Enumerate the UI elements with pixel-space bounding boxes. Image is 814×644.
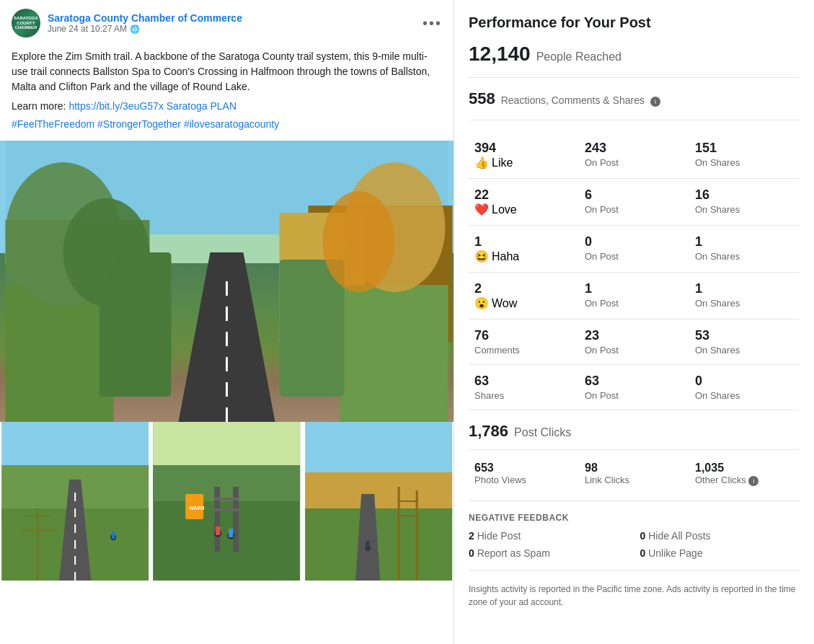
app-container: SARATOGACOUNTYCHAMBER Saratoga County Ch…: [0, 0, 814, 644]
svg-rect-29: [233, 487, 239, 552]
main-trail-image: [0, 141, 454, 422]
hide-all-posts-label: Hide All Posts: [648, 530, 710, 542]
love-icon: ❤️: [474, 203, 489, 216]
wow-on-shares-label: On Shares: [695, 298, 794, 309]
bottom-image-3: [302, 422, 454, 581]
stat-cell-like-on-post: 243 On Post: [579, 132, 689, 178]
stat-cell-comments-on-post: 23 On Post: [579, 319, 689, 364]
stat-cell-love-on-post: 6 On Post: [579, 179, 689, 225]
svg-rect-10: [280, 260, 345, 397]
link-clicks-label: Link Clicks: [585, 475, 684, 485]
haha-icon: 😆: [474, 250, 489, 263]
hide-all-posts-item: 0 Hide All Posts: [640, 530, 800, 542]
stat-cell-wow-type: 2 😮Wow: [469, 273, 579, 319]
stat-cell-haha-on-post: 0 On Post: [579, 226, 689, 272]
report-spam-num: 0: [469, 547, 474, 559]
trail-scene-svg: [0, 141, 454, 422]
like-icon: 👍: [474, 156, 489, 169]
post-clicks-number: 1,786: [469, 422, 508, 441]
post-clicks-row: 1,786 Post Clicks: [469, 422, 800, 450]
hide-post-item: 2 Hide Post: [469, 530, 629, 542]
like-on-shares-label: On Shares: [695, 157, 794, 168]
stat-cell-shares-on-post: 63 On Post: [579, 365, 689, 410]
svg-rect-24: [112, 531, 115, 539]
stat-cell-comments-type: 76 Comments: [469, 319, 579, 364]
stat-cell-shares-on-shares: 0 On Shares: [689, 365, 800, 410]
shares-on-post-label: On Post: [585, 390, 684, 401]
reactions-label: Reactions, Comments & Shares: [501, 94, 645, 106]
post-author[interactable]: Saratoga County Chamber of Commerce: [48, 12, 242, 24]
hide-all-posts-num: 0: [640, 530, 646, 542]
people-reached-number: 12,140: [469, 43, 531, 66]
post-body: Explore the Zim Smith trail. A backbone …: [12, 49, 442, 94]
like-label: Like: [492, 156, 513, 169]
people-reached-section: 12,140 People Reached: [469, 43, 800, 78]
post-link[interactable]: https://bit.ly/3euG57x Saratoga PLAN: [68, 100, 236, 112]
hide-post-num: 2: [469, 530, 474, 542]
post-date: June 24 at 10:27 AM 🌐: [48, 24, 242, 34]
avatar-inner: SARATOGACOUNTYCHAMBER: [12, 9, 40, 37]
link-clicks-cell: 98 Link Clicks: [579, 459, 689, 489]
haha-label: Haha: [492, 250, 519, 263]
photo-views-cell: 653 Photo Views: [469, 459, 579, 489]
wow-label: Wow: [492, 297, 517, 310]
other-clicks-cell: 1,035 Other Clicks i: [689, 459, 800, 489]
svg-rect-28: [214, 487, 220, 552]
post-clicks-label: Post Clicks: [514, 426, 571, 439]
shares-label: Shares: [474, 390, 573, 401]
performance-panel: Performance for Your Post 12,140 People …: [454, 0, 814, 644]
stat-cell-love-on-shares: 16 On Shares: [689, 179, 800, 225]
shares-on-shares-label: On Shares: [695, 390, 794, 401]
more-options-button[interactable]: •••: [423, 15, 442, 32]
report-as-spam-item: 0 Report as Spam: [469, 547, 629, 559]
stats-grid: 394 👍Like 243 On Post 151 On Shares 22 ❤…: [469, 132, 800, 410]
people-reached-label: People Reached: [536, 50, 621, 63]
comments-on-post-label: On Post: [585, 345, 684, 356]
other-clicks-number: 1,035: [695, 462, 794, 475]
post-date-text: June 24 at 10:27 AM: [48, 24, 127, 34]
svg-rect-30: [214, 498, 239, 500]
stat-cell-wow-on-post: 1 On Post: [579, 273, 689, 319]
performance-title: Performance for Your Post: [469, 14, 800, 31]
comments-on-shares-label: On Shares: [695, 345, 794, 356]
svg-rect-26: [153, 422, 300, 472]
svg-rect-31: [214, 508, 239, 511]
love-label: Love: [492, 203, 517, 216]
svg-rect-6: [340, 285, 448, 422]
stat-cell-comments-on-shares: 53 On Shares: [689, 319, 800, 364]
haha-on-post-label: On Post: [585, 251, 684, 262]
wow-icon: 😮: [474, 296, 489, 310]
reactions-number: 558: [469, 89, 495, 108]
bottom-image-1: [0, 422, 150, 581]
haha-on-shares-label: On Shares: [695, 251, 794, 262]
unlike-page-num: 0: [640, 547, 646, 559]
unlike-page-label: Unlike Page: [648, 547, 703, 559]
stat-cell-like-on-shares: 151 On Shares: [689, 132, 800, 178]
report-spam-label: Report as Spam: [477, 547, 550, 559]
stat-cell-like-type: 394 👍Like: [469, 132, 579, 178]
negative-feedback-section: NEGATIVE FEEDBACK 2 Hide Post 0 Hide All…: [469, 513, 800, 571]
post-header: SARATOGACOUNTYCHAMBER Saratoga County Ch…: [0, 0, 454, 46]
post-header-left: SARATOGACOUNTYCHAMBER Saratoga County Ch…: [12, 9, 242, 38]
svg-rect-27: [153, 465, 300, 501]
reactions-info-icon[interactable]: i: [650, 97, 660, 107]
avatar: SARATOGACOUNTYCHAMBER: [12, 9, 40, 38]
svg-rect-47: [366, 541, 369, 550]
svg-rect-38: [305, 422, 452, 480]
wow-on-post-label: On Post: [585, 298, 684, 309]
svg-rect-35: [229, 529, 233, 537]
bottom-images: WARN: [0, 422, 454, 581]
post-images: WARN: [0, 141, 454, 581]
hide-post-label: Hide Post: [477, 530, 521, 542]
love-on-post-label: On Post: [585, 204, 684, 215]
stat-cell-wow-on-shares: 1 On Shares: [689, 273, 800, 319]
negative-feedback-title: NEGATIVE FEEDBACK: [469, 513, 800, 523]
comments-label: Comments: [474, 345, 573, 356]
svg-point-12: [323, 191, 395, 292]
svg-point-14: [63, 198, 150, 306]
stat-cell-love-type: 22 ❤️Love: [469, 179, 579, 225]
other-clicks-info-icon[interactable]: i: [748, 476, 758, 486]
globe-icon: 🌐: [130, 25, 140, 34]
other-clicks-label: Other Clicks i: [695, 475, 794, 486]
love-on-shares-label: On Shares: [695, 204, 794, 215]
